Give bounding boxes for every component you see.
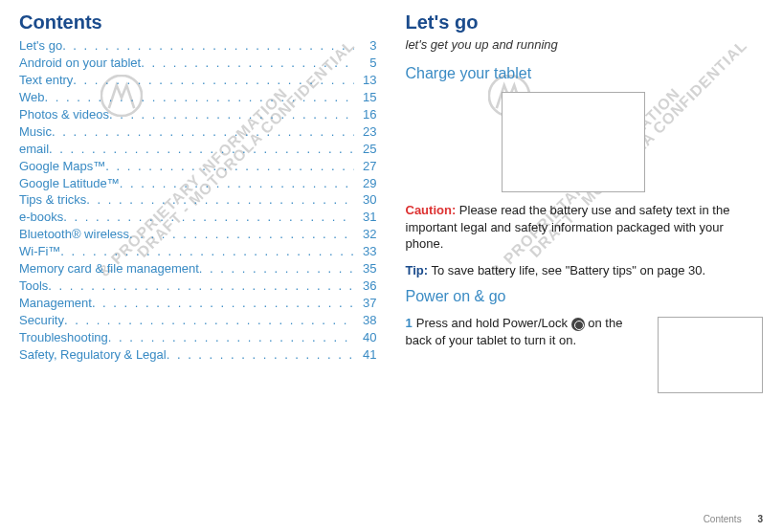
toc-row[interactable]: Google Latitude™ . . . . . . . . . . . .…: [19, 175, 377, 192]
toc-page: 35: [354, 260, 377, 277]
toc-page: 38: [354, 312, 377, 329]
toc-page: 41: [354, 346, 377, 364]
toc-row[interactable]: Management . . . . . . . . . . . . . . .…: [19, 295, 377, 312]
toc-dots: . . . . . . . . . . . . . . . . . . . . …: [48, 277, 353, 295]
toc-row[interactable]: Text entry . . . . . . . . . . . . . . .…: [19, 72, 377, 89]
tablet-image-placeholder: [658, 317, 763, 393]
toc-page: 16: [354, 106, 377, 123]
toc-label: Tools: [19, 277, 48, 295]
toc-dots: . . . . . . . . . . . . . . . . . . . . …: [129, 226, 353, 243]
toc-row[interactable]: e-books . . . . . . . . . . . . . . . . …: [19, 209, 377, 226]
toc-dots: . . . . . . . . . . . . . . . . . . . . …: [52, 123, 354, 141]
toc-row[interactable]: Android on your tablet . . . . . . . . .…: [19, 55, 377, 72]
toc-page: 32: [354, 226, 377, 243]
toc-dots: . . . . . . . . . . . . . . . . . . . . …: [60, 243, 353, 260]
toc-label: Management: [19, 295, 92, 312]
toc-page: 25: [354, 141, 377, 158]
toc-page: 3: [354, 37, 377, 55]
step-number: 1: [406, 316, 413, 330]
tip-paragraph: Tip: To save battery life, see "Battery …: [406, 262, 764, 279]
toc-row[interactable]: Troubleshooting . . . . . . . . . . . . …: [19, 329, 377, 346]
toc-page: 37: [354, 295, 377, 312]
toc-row[interactable]: Web . . . . . . . . . . . . . . . . . . …: [19, 89, 377, 106]
power-heading: Power on & go: [406, 288, 764, 305]
toc-dots: . . . . . . . . . . . . . . . . . . . . …: [64, 312, 354, 329]
toc-label: Troubleshooting: [19, 329, 108, 346]
letsgo-subtitle: let's get you up and running: [406, 37, 764, 52]
toc-label: Tips & tricks: [19, 191, 86, 209]
tip-label: Tip:: [406, 263, 429, 277]
caution-label: Caution:: [406, 203, 457, 217]
toc-dots: . . . . . . . . . . . . . . . . . . . . …: [92, 295, 354, 312]
toc-page: 36: [354, 277, 377, 295]
toc-dots: . . . . . . . . . . . . . . . . . . . . …: [63, 209, 353, 226]
toc-page: 33: [354, 243, 377, 260]
toc-label: Let's go: [19, 37, 62, 55]
toc-row[interactable]: Safety, Regulatory & Legal . . . . . . .…: [19, 346, 377, 364]
toc-label: Android on your tablet: [19, 55, 141, 72]
toc-row[interactable]: Security . . . . . . . . . . . . . . . .…: [19, 312, 377, 329]
toc-label: Photos & videos: [19, 106, 109, 123]
footer-page-number: 3: [757, 514, 763, 524]
toc-label: Wi-Fi™: [19, 243, 60, 260]
toc-label: Memory card & file management: [19, 260, 199, 277]
toc-dots: . . . . . . . . . . . . . . . . . . . . …: [199, 260, 354, 277]
toc-page: 5: [354, 55, 377, 72]
footer-section: Contents: [704, 514, 742, 524]
contents-heading: Contents: [19, 11, 377, 33]
charge-heading: Charge your tablet: [406, 65, 764, 82]
page-footer: Contents 3: [704, 514, 763, 524]
toc-row[interactable]: Memory card & file management . . . . . …: [19, 260, 377, 277]
toc-label: Security: [19, 312, 64, 329]
toc-page: 27: [354, 158, 377, 175]
toc-page: 15: [354, 89, 377, 106]
toc-label: Safety, Regulatory & Legal: [19, 346, 167, 364]
tip-text: To save battery life, see "Battery tips"…: [428, 263, 705, 277]
toc-row[interactable]: Wi-Fi™ . . . . . . . . . . . . . . . . .…: [19, 243, 377, 260]
toc-label: Google Latitude™: [19, 175, 120, 192]
toc-page: 40: [354, 329, 377, 346]
toc-page: 31: [354, 209, 377, 226]
toc-dots: . . . . . . . . . . . . . . . . . . . . …: [109, 106, 354, 123]
toc-page: 30: [354, 191, 377, 209]
toc-label: Web: [19, 89, 45, 106]
charger-image-placeholder: [502, 92, 645, 192]
toc-dots: . . . . . . . . . . . . . . . . . . . . …: [108, 329, 354, 346]
toc-label: email: [19, 141, 49, 158]
toc-dots: . . . . . . . . . . . . . . . . . . . . …: [86, 191, 353, 209]
toc-row[interactable]: Tips & tricks . . . . . . . . . . . . . …: [19, 191, 377, 209]
toc-label: Bluetooth® wireless: [19, 226, 129, 243]
toc-page: 23: [354, 123, 377, 141]
toc-label: Text entry: [19, 72, 73, 89]
toc-row[interactable]: Photos & videos . . . . . . . . . . . . …: [19, 106, 377, 123]
step-text-a: Press and hold Power/Lock: [416, 316, 571, 330]
letsgo-column: Let's go let's get you up and running Ch…: [406, 11, 764, 393]
letsgo-heading: Let's go: [406, 11, 764, 33]
toc-dots: . . . . . . . . . . . . . . . . . . . . …: [141, 55, 353, 72]
toc-dots: . . . . . . . . . . . . . . . . . . . . …: [105, 158, 353, 175]
toc-label: Music: [19, 123, 52, 141]
step-1: 1Press and hold Power/Lock on the back o…: [406, 315, 764, 393]
toc-label: e-books: [19, 209, 63, 226]
power-lock-icon: [571, 318, 585, 331]
toc-dots: . . . . . . . . . . . . . . . . . . . . …: [167, 346, 354, 364]
toc-row[interactable]: Bluetooth® wireless . . . . . . . . . . …: [19, 226, 377, 243]
toc-dots: . . . . . . . . . . . . . . . . . . . . …: [73, 72, 353, 89]
toc-dots: . . . . . . . . . . . . . . . . . . . . …: [62, 37, 353, 55]
toc-dots: . . . . . . . . . . . . . . . . . . . . …: [120, 175, 354, 192]
toc-dots: . . . . . . . . . . . . . . . . . . . . …: [45, 89, 354, 106]
toc-page: 13: [354, 72, 377, 89]
table-of-contents: Let's go . . . . . . . . . . . . . . . .…: [19, 37, 377, 364]
toc-label: Google Maps™: [19, 158, 105, 175]
toc-page: 29: [354, 175, 377, 192]
toc-row[interactable]: email . . . . . . . . . . . . . . . . . …: [19, 141, 377, 158]
toc-dots: . . . . . . . . . . . . . . . . . . . . …: [49, 141, 353, 158]
toc-row[interactable]: Google Maps™ . . . . . . . . . . . . . .…: [19, 158, 377, 175]
toc-row[interactable]: Let's go . . . . . . . . . . . . . . . .…: [19, 37, 377, 55]
caution-paragraph: Caution: Please read the battery use and…: [406, 202, 764, 253]
contents-column: Contents Let's go . . . . . . . . . . . …: [19, 11, 377, 393]
toc-row[interactable]: Music . . . . . . . . . . . . . . . . . …: [19, 123, 377, 141]
toc-row[interactable]: Tools . . . . . . . . . . . . . . . . . …: [19, 277, 377, 295]
